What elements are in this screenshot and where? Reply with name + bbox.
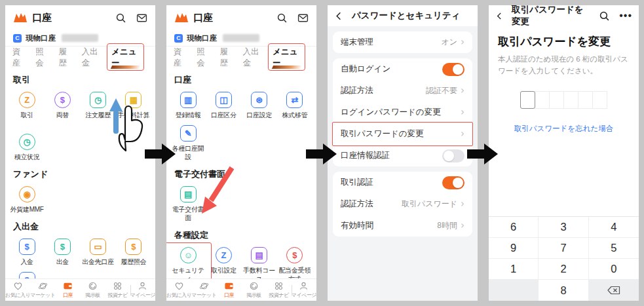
menu-item-open-account[interactable]: ✎各種口座開設 (170, 124, 206, 161)
chevron-right-icon: › (461, 107, 464, 117)
tab-入出金[interactable]: 入出金 (243, 47, 263, 69)
menu-item-accumulation[interactable]: ◷積立状況 (9, 132, 45, 161)
nav-item-wallet[interactable]: 口座 (55, 279, 80, 301)
menu-item-withdraw[interactable]: $出金 (45, 237, 80, 266)
search-icon[interactable] (115, 12, 126, 24)
pin-digit-cell[interactable] (535, 91, 550, 109)
nav-item-planet[interactable]: マーケット (30, 279, 55, 301)
nav-item-bulletin[interactable]: 掲示板 (242, 279, 267, 301)
key-0[interactable]: 0 (589, 259, 639, 280)
menu-item-label: 電子交付書面 (170, 205, 206, 222)
tab-資産[interactable]: 資産 (12, 47, 26, 69)
tab-入出金[interactable]: 入出金 (82, 47, 102, 69)
tab-履歴[interactable]: 履歴 (219, 47, 233, 69)
tab-メニュー[interactable]: メニュー (111, 47, 138, 69)
menu-item-label: 取引設定 (211, 266, 237, 275)
settings-row[interactable]: 端末管理オン› (341, 31, 464, 53)
settings-row[interactable]: 認証方法認証不要› (341, 80, 464, 102)
menu-item-label: 外貨建MMF (10, 205, 44, 214)
menu-item-account-class[interactable]: ◫口座区分 (206, 90, 241, 119)
menu-item-security[interactable]: ☺セキュリティ (170, 246, 206, 283)
menu-item-dividend-method[interactable]: $配当金受領 方式 (277, 246, 313, 283)
search-icon[interactable] (276, 12, 288, 24)
more-options-icon[interactable]: ••• (619, 12, 632, 19)
toggle-on[interactable] (442, 176, 464, 189)
menu-item-trade-settings[interactable]: Z取引設定 (206, 246, 241, 283)
tab-照会[interactable]: 照会 (35, 47, 48, 69)
menu-item-order-history[interactable]: ◷注文履歴 (81, 90, 116, 128)
pin-digit-cell[interactable] (563, 91, 578, 109)
bulletin-icon (249, 281, 259, 291)
pin-digit-cell[interactable] (520, 91, 535, 109)
menu-item-label: 手数料計算機 (116, 111, 151, 128)
back-icon[interactable] (334, 11, 344, 21)
menu-item-registration-info[interactable]: ▥登録情報 (170, 90, 206, 119)
menu-item-trade[interactable]: Z取引 (9, 90, 45, 128)
menu-item-mmf[interactable]: ◉外貨建MMF (9, 185, 45, 214)
forgot-password-link[interactable]: 取引パスワードを忘れた場合 (489, 124, 639, 134)
menu-item-account-settings[interactable]: ⊛口座設定 (242, 90, 277, 119)
toggle-on[interactable] (442, 63, 464, 76)
settings-row[interactable]: ログインパスワードの変更› (341, 102, 464, 123)
back-icon[interactable] (495, 11, 504, 21)
nav-title: 取引パスワードを変更 (512, 5, 590, 28)
key-5[interactable]: 5 (589, 238, 639, 259)
settings-row[interactable]: 取引認証 (341, 172, 464, 193)
nav-item-person[interactable]: マイページ (130, 279, 155, 301)
nav-item-navi[interactable]: 投資ナビ (267, 279, 292, 301)
settings-row-label: 端末管理 (341, 37, 373, 48)
settings-row[interactable]: 有効時間8時間› (341, 215, 464, 237)
nav-item-navi[interactable]: 投資ナビ (105, 279, 130, 301)
key-9[interactable]: 9 (489, 238, 539, 259)
settings-cards: 端末管理オン›自動ログイン認証方法認証不要›ログインパスワードの変更›取引パスワ… (328, 31, 478, 237)
settings-row[interactable]: 自動ログイン (341, 58, 464, 80)
toggle-off[interactable] (442, 149, 464, 163)
nav-item-planet[interactable]: マーケット (191, 279, 216, 301)
tab-資産[interactable]: 資産 (174, 47, 187, 69)
tab-メニュー[interactable]: メニュー (273, 47, 299, 69)
key-1[interactable]: 1 (489, 259, 539, 280)
menu-item-history-inquiry[interactable]: $履歴照会 (116, 237, 151, 266)
menu-item-payout-account[interactable]: ▭出金先口座 (81, 237, 116, 266)
key-3[interactable]: 3 (539, 217, 588, 238)
trade-settings-icon: Z (216, 247, 232, 263)
payout-account-icon: ▭ (90, 239, 106, 255)
menu-item-label: 積立状況 (14, 153, 40, 161)
key-2[interactable]: 2 (539, 259, 588, 280)
key-4[interactable]: 4 (589, 217, 639, 238)
tab-照会[interactable]: 照会 (197, 47, 210, 69)
settings-row-value-area: 8時間› (437, 220, 464, 231)
navbar: 取引パスワードを変更 ••• (489, 5, 639, 26)
settings-row[interactable]: 認証方法取引パスワード› (341, 193, 464, 215)
key-6[interactable]: 6 (489, 217, 539, 238)
pin-digit-cell[interactable] (592, 91, 607, 109)
nav-item-wallet[interactable]: 口座 (216, 279, 241, 301)
nav-item-label: マイページ (130, 292, 155, 299)
menu-item-label: 出金先口座 (82, 258, 114, 266)
tab-履歴[interactable]: 履歴 (58, 47, 71, 69)
backspace-key[interactable] (589, 280, 639, 301)
settings-row[interactable]: 取引パスワードの変更› (341, 123, 464, 145)
tab-label: 入出金 (243, 47, 259, 67)
menu-item-e-document[interactable]: ▤電子交付書面 (170, 185, 206, 222)
pin-digit-cell[interactable] (578, 91, 593, 109)
key-8[interactable]: 8 (539, 280, 588, 301)
mail-icon[interactable] (136, 12, 147, 24)
menu-item-fee-course[interactable]: ▤手数料コース (242, 246, 277, 283)
menu-item-deposit[interactable]: $入金 (9, 237, 45, 266)
menu-item-exchange[interactable]: $両替 (45, 90, 80, 128)
pin-digit-cell[interactable] (549, 91, 564, 109)
nav-item-person[interactable]: マイページ (292, 279, 316, 301)
nav-item-label: 投資ナビ (108, 292, 128, 299)
menu-item-fee-calculator[interactable]: ▦手数料計算機 (116, 90, 151, 128)
dividend-method-icon: $ (286, 247, 303, 263)
key-7[interactable]: 7 (539, 238, 588, 259)
menu-item-label: 両替 (56, 111, 69, 119)
nav-item-heart[interactable]: お気に入り (5, 279, 30, 301)
search-icon[interactable] (599, 10, 610, 22)
mail-icon[interactable] (297, 12, 309, 24)
menu-item-stock-transfer[interactable]: ⇄株式移管 (277, 90, 313, 119)
settings-row[interactable]: 口座情報認証 (341, 145, 464, 166)
nav-item-bulletin[interactable]: 掲示板 (81, 279, 105, 301)
nav-item-heart[interactable]: お気に入り (166, 279, 191, 301)
